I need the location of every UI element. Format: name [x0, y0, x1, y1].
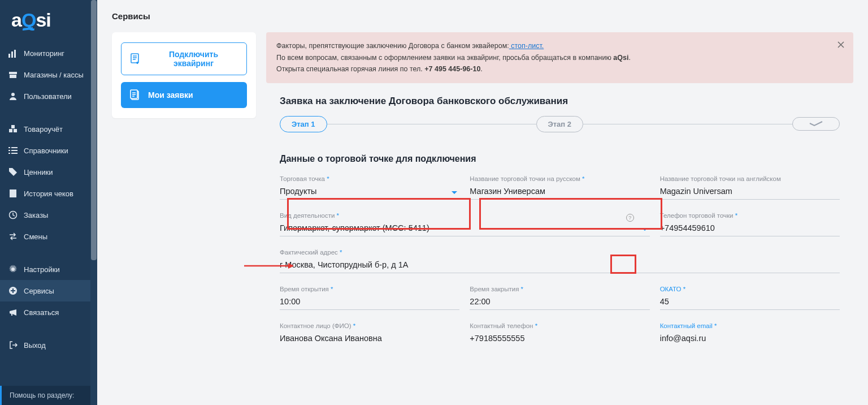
documents-icon [129, 89, 141, 101]
button-label: Подключить эквайринг [149, 50, 238, 68]
step-connector [583, 124, 792, 125]
open-time-input[interactable] [280, 295, 459, 310]
svg-marker-23 [288, 263, 294, 269]
step-1-chip[interactable]: Этап 1 [280, 116, 327, 132]
close-icon[interactable] [836, 40, 845, 49]
sidebar-item-contact[interactable]: Связаться [0, 301, 97, 323]
step-connector [327, 124, 536, 125]
alert-text: По всем вопросам, связанным с оформление… [276, 54, 613, 62]
logo-q: Q [21, 9, 36, 31]
phone-point-field: Телефон торговой точки * [660, 212, 840, 236]
field-label: Фактический адрес * [280, 249, 840, 256]
chart-bar-icon [8, 48, 18, 58]
info-alert: Факторы, препятствующие заключению Догов… [266, 32, 853, 83]
sidebar-item-label: Сервисы [24, 287, 54, 295]
open-time-field: Время открытия * [280, 286, 459, 310]
sidebar-item-users[interactable]: Пользователи [0, 85, 97, 107]
steps-row: Этап 1 Этап 2 [266, 113, 853, 154]
sidebar-item-orders[interactable]: Заказы [0, 204, 97, 226]
contact-email-field: Контактный email * [660, 322, 840, 346]
sidebar-item-references[interactable]: Справочники [0, 140, 97, 161]
megaphone-icon [8, 307, 18, 317]
sidebar-item-label: Пользователи [24, 92, 72, 101]
page-title: Сервисы [97, 0, 868, 32]
alert-text: Открыта специальная горячая линия по тел… [276, 65, 424, 73]
trade-point-select[interactable] [280, 184, 459, 200]
list-icon [8, 145, 18, 156]
sidebar-item-label: Магазины / кассы [24, 71, 84, 79]
stoplist-link[interactable]: стоп-лист. [509, 42, 544, 50]
close-time-field: Время закрытия * [470, 286, 649, 310]
sidebar-item-inventory[interactable]: Товароучёт [0, 118, 97, 140]
field-label: Вид деятельности * [280, 212, 650, 219]
connect-acquiring-button[interactable]: Подключить эквайринг [121, 42, 247, 75]
step-2-chip[interactable]: Этап 2 [536, 116, 584, 132]
svg-rect-8 [11, 125, 15, 128]
sidebar-item-shifts[interactable]: Смены [0, 226, 97, 247]
sidebar-item-label: Связаться [24, 308, 59, 317]
alert-text: Факторы, препятствующие заключению Догов… [276, 42, 509, 50]
help-section-label: Помощь по разделу: [0, 386, 97, 405]
close-time-input[interactable] [470, 295, 649, 310]
annotation-arrow-icon [244, 262, 294, 270]
name-en-field: Название торговой точки на английском [660, 175, 840, 200]
sidebar-item-monitoring[interactable]: Мониторинг [0, 42, 97, 64]
sidebar-item-pricetags[interactable]: Ценники [0, 161, 97, 183]
sidebar-item-label: Мониторинг [24, 49, 64, 58]
field-label: Контактный email * [660, 322, 840, 329]
svg-rect-14 [11, 153, 18, 154]
form-grid: Торговая точка * Название торговой точки… [266, 175, 853, 346]
sidebar-item-settings[interactable]: Настройки [0, 258, 97, 280]
contact-phone-input[interactable] [470, 331, 649, 346]
help-icon[interactable]: ? [626, 214, 634, 222]
activity-select[interactable] [280, 221, 650, 236]
contact-email-input[interactable] [660, 331, 840, 346]
svg-rect-11 [8, 150, 10, 151]
okato-input[interactable] [660, 295, 840, 310]
svg-rect-12 [11, 150, 18, 151]
logout-icon [8, 340, 18, 350]
field-label: Контактный телефон * [470, 322, 649, 329]
logo: aQsi [0, 0, 97, 42]
left-panel: Подключить эквайринг Мои заявки [112, 32, 256, 118]
svg-rect-13 [8, 153, 10, 154]
field-label: Телефон торговой точки * [660, 212, 840, 219]
swap-icon [8, 231, 18, 242]
sidebar-item-receipts[interactable]: История чеков [0, 183, 97, 204]
svg-rect-9 [8, 147, 10, 148]
button-label: Мои заявки [148, 91, 193, 100]
field-label: Название торговой точки на русском * [470, 175, 649, 182]
sidebar-scrollbar-track[interactable] [90, 0, 97, 405]
field-label: Контактное лицо (ФИО) * [280, 322, 459, 329]
svg-rect-15 [10, 189, 16, 197]
field-label: Время закрытия * [470, 286, 649, 292]
card-title: Заявка на заключение Договора банковског… [266, 93, 853, 113]
connect-document-icon [129, 53, 142, 65]
sidebar-item-label: История чеков [24, 189, 73, 198]
logo-si: si [36, 9, 50, 31]
phone-point-input[interactable] [660, 221, 840, 236]
contact-name-input[interactable] [280, 331, 459, 346]
sidebar-item-shops[interactable]: Магазины / кассы [0, 64, 97, 85]
user-icon [8, 91, 18, 101]
address-input[interactable] [280, 258, 840, 273]
svg-rect-10 [11, 147, 18, 148]
alert-brand: aQsi [613, 54, 628, 62]
right-panel: Факторы, препятствующие заключению Догов… [266, 32, 853, 346]
sidebar-item-logout[interactable]: Выход [0, 334, 97, 356]
name-ru-input[interactable] [470, 184, 649, 200]
sidebar-item-services[interactable]: Сервисы [0, 280, 97, 301]
trade-point-field: Торговая точка * [280, 175, 459, 200]
my-requests-button[interactable]: Мои заявки [121, 82, 247, 108]
field-label: Время открытия * [280, 286, 459, 292]
sidebar-item-label: Выход [24, 341, 46, 350]
step-3-chip[interactable] [792, 117, 840, 131]
sidebar-scrollbar-thumb[interactable] [91, 0, 97, 260]
sidebar: aQsi Мониторинг Магазины / кассы Пользов… [0, 0, 97, 405]
boxes-icon [8, 124, 18, 134]
svg-rect-1 [11, 51, 13, 58]
contact-phone-field: Контактный телефон * [470, 322, 649, 346]
svg-rect-7 [14, 129, 17, 132]
sidebar-item-label: Настройки [24, 265, 60, 274]
name-en-input[interactable] [660, 184, 840, 200]
